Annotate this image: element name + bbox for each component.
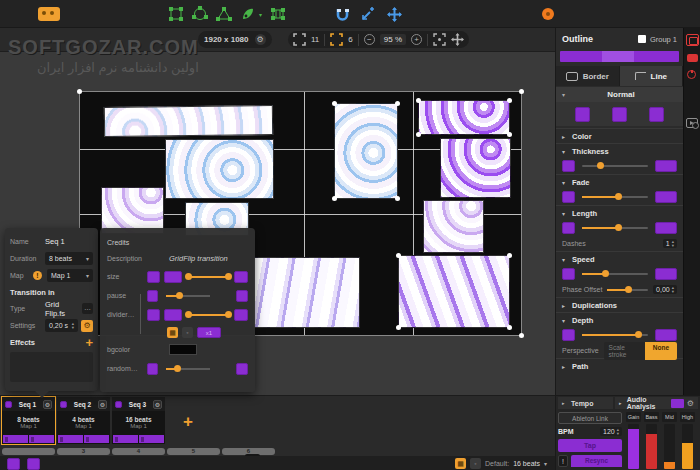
- sequence-column-3[interactable]: Seq 3 ⚙ 16 beats Map 1: [112, 397, 165, 444]
- tab-border[interactable]: Border: [556, 66, 620, 86]
- mapped-surface[interactable]: [423, 200, 484, 253]
- mapped-surface[interactable]: [101, 187, 164, 234]
- phase-offset-slider[interactable]: [607, 289, 648, 291]
- divider-swatch[interactable]: [147, 309, 160, 321]
- sequence-column-2[interactable]: Seq 2 ⚙ 4 beats Map 1: [57, 397, 110, 444]
- dial-mode-icon[interactable]: [687, 70, 696, 79]
- snap-count-value[interactable]: 6: [348, 35, 352, 44]
- length-value-box[interactable]: [655, 222, 677, 234]
- ableton-link-button[interactable]: Ableton Link: [558, 412, 622, 424]
- sequence-info[interactable]: 16 beats Map 1: [112, 411, 165, 434]
- scale-stroke-option[interactable]: Scale stroke: [604, 342, 645, 360]
- surface-handle[interactable]: [332, 101, 337, 106]
- audio-analysis-header[interactable]: ▸ Audio Analysis ⚙: [615, 397, 698, 409]
- section-length[interactable]: ▾ Length: [556, 206, 683, 220]
- fit-view-icon[interactable]: [433, 33, 446, 46]
- section-thickness[interactable]: ▾ Thickness: [556, 144, 683, 158]
- dashes-stepper[interactable]: 1 ▴▾: [663, 239, 677, 248]
- zoom-out-button[interactable]: −: [364, 34, 375, 45]
- length-slider[interactable]: [582, 227, 648, 229]
- default-randomize-button[interactable]: ▦: [455, 458, 466, 469]
- add-quad-icon[interactable]: [167, 6, 184, 23]
- add-effect-button[interactable]: +: [85, 335, 93, 350]
- footer-swatch[interactable]: [7, 458, 20, 470]
- mapped-surface[interactable]: [253, 257, 360, 328]
- mapped-surface[interactable]: [334, 103, 398, 199]
- zoom-in-button[interactable]: +: [411, 34, 422, 45]
- pause-slider[interactable]: [166, 295, 210, 297]
- reset-button[interactable]: ◦: [182, 327, 193, 338]
- random-slider[interactable]: [166, 368, 210, 370]
- audio-color-swatch[interactable]: [671, 399, 684, 408]
- thickness-slider[interactable]: [582, 165, 648, 167]
- sequence-beat-bar[interactable]: [2, 434, 55, 444]
- section-speed[interactable]: ▾ Speed: [556, 252, 683, 266]
- sequence-tab[interactable]: Seq 2 ⚙: [57, 397, 110, 411]
- depth-swatch[interactable]: [562, 329, 575, 341]
- mapped-surface[interactable]: [104, 105, 273, 137]
- pager-segment[interactable]: 3: [57, 448, 110, 455]
- map-dropdown[interactable]: Map 1 ▾: [47, 269, 93, 282]
- fade-value-box[interactable]: [655, 191, 677, 203]
- surface-handle[interactable]: [416, 132, 421, 137]
- tap-tempo-button[interactable]: Tap: [558, 439, 622, 452]
- duration-dropdown[interactable]: 8 beats ▾: [45, 252, 93, 265]
- pager-segment[interactable]: [2, 448, 55, 455]
- pause-value-box[interactable]: [236, 290, 248, 302]
- pause-swatch[interactable]: [147, 290, 158, 302]
- metronome-button[interactable]: !: [558, 455, 568, 467]
- section-path[interactable]: ▸ Path: [556, 359, 683, 373]
- mapped-surface[interactable]: [398, 255, 510, 328]
- depth-slider[interactable]: [582, 334, 648, 336]
- section-color[interactable]: ▸ Color: [556, 129, 683, 143]
- sequence-name-value[interactable]: Seq 1: [45, 237, 65, 246]
- record-button[interactable]: [542, 8, 554, 20]
- surface-handle[interactable]: [396, 325, 401, 330]
- default-duration-value[interactable]: 16 beats: [513, 460, 540, 467]
- transition-duration-stepper[interactable]: 0,20 s ▴▾: [45, 319, 78, 332]
- thickness-swatch[interactable]: [562, 160, 575, 172]
- sequence-tab[interactable]: Seq 1 ⚙: [2, 397, 55, 411]
- browse-transition-button[interactable]: …: [82, 303, 93, 314]
- section-depth[interactable]: ▾ Depth: [556, 313, 683, 327]
- audio-gear-icon[interactable]: ⚙: [687, 399, 694, 408]
- size-swatch[interactable]: [147, 271, 160, 283]
- randomize-button[interactable]: ▦: [167, 327, 178, 338]
- add-triangle-icon[interactable]: [215, 6, 232, 23]
- draw-freeform-icon[interactable]: [239, 6, 256, 23]
- meter-track[interactable]: [664, 424, 675, 469]
- app-logo-icon[interactable]: [38, 7, 60, 21]
- size-value-box[interactable]: [164, 271, 183, 283]
- move-all-icon[interactable]: [386, 6, 403, 23]
- stage-handle[interactable]: [77, 89, 82, 94]
- tempo-header[interactable]: ▸ Tempo: [558, 397, 613, 409]
- sequence-gear-icon[interactable]: ⚙: [153, 400, 162, 409]
- add-sequence-button[interactable]: +: [183, 412, 193, 432]
- section-duplications[interactable]: ▸ Duplications: [556, 298, 683, 312]
- snap-icon[interactable]: [360, 6, 377, 23]
- random-value-box[interactable]: [236, 363, 248, 375]
- footer-swatch[interactable]: [27, 458, 40, 470]
- add-mask-icon[interactable]: [269, 6, 286, 23]
- stage-handle[interactable]: [519, 89, 524, 94]
- magnet-icon[interactable]: [334, 6, 351, 23]
- stepper-icon[interactable]: ▴▾: [617, 428, 619, 435]
- stepper-icon[interactable]: ▴▾: [672, 240, 674, 247]
- divider-range-slider[interactable]: [186, 314, 230, 316]
- stage-handle[interactable]: [519, 333, 524, 338]
- mapped-surface[interactable]: [165, 139, 274, 199]
- mapped-surface[interactable]: [418, 100, 510, 135]
- fade-swatch[interactable]: [562, 191, 575, 203]
- outline-color-bar[interactable]: [560, 51, 679, 62]
- surface-handle[interactable]: [507, 325, 512, 330]
- bgcolor-swatch[interactable]: [169, 344, 197, 355]
- surface-handle[interactable]: [416, 98, 421, 103]
- divider-value-box[interactable]: [234, 309, 248, 321]
- grid-count-value[interactable]: 11: [311, 35, 319, 44]
- meter-track[interactable]: [682, 424, 693, 469]
- none-option[interactable]: None: [645, 342, 677, 360]
- pager-segment[interactable]: 5: [167, 448, 220, 455]
- surface-handle[interactable]: [395, 101, 400, 106]
- speed-value-box[interactable]: [655, 268, 677, 280]
- sequence-info[interactable]: 4 beats Map 1: [57, 411, 110, 434]
